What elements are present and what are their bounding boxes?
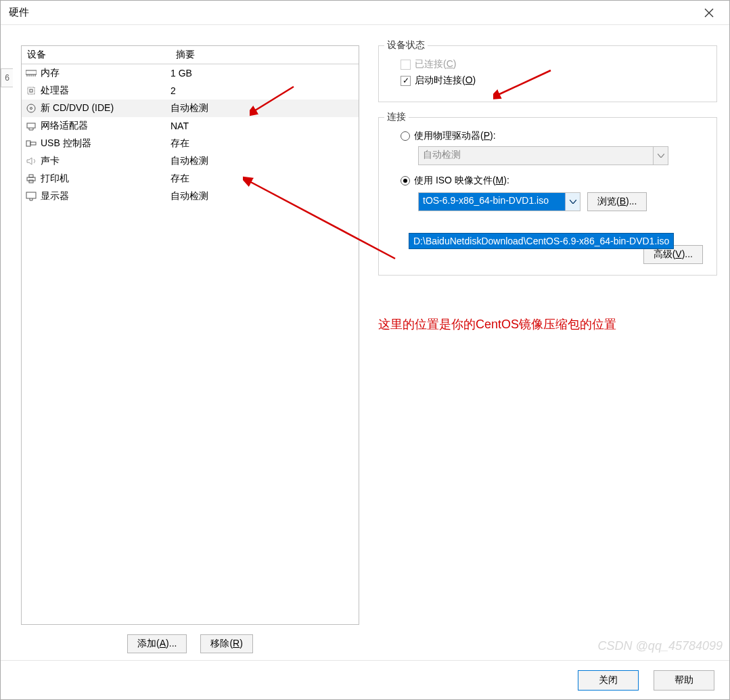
- physical-drive-radio-row[interactable]: 使用物理驱动器(P):: [401, 130, 707, 142]
- printer-icon: [24, 174, 38, 183]
- svg-rect-2: [30, 89, 32, 92]
- physical-drive-select: 自动检测: [418, 146, 668, 165]
- close-button[interactable]: [695, 3, 723, 23]
- hardware-row[interactable]: 打印机存在: [22, 170, 359, 188]
- svg-point-4: [30, 108, 32, 110]
- device-summary: 存在: [170, 137, 356, 150]
- hardware-buttons: 添加(A)... 移除(R): [21, 634, 359, 653]
- iso-file-radio[interactable]: [401, 176, 410, 185]
- device-summary: 自动检测: [170, 155, 356, 167]
- browse-button[interactable]: 浏览(B)...: [587, 192, 647, 211]
- dialog-footer: 关闭 帮助: [1, 660, 729, 699]
- device-name: 处理器: [41, 85, 170, 97]
- iso-dropdown-item[interactable]: D:\BaiduNetdiskDownload\CentOS-6.9-x86_6…: [409, 233, 674, 249]
- sound-icon: [24, 156, 38, 166]
- cpu-icon: [24, 85, 38, 96]
- device-summary: 自动检测: [170, 102, 356, 114]
- svg-point-3: [27, 104, 35, 112]
- device-status-legend: 设备状态: [384, 39, 428, 51]
- remove-button[interactable]: 移除(R): [200, 634, 252, 653]
- connected-checkbox-row: 已连接(C): [401, 58, 707, 70]
- device-name: 声卡: [41, 155, 170, 167]
- device-name: USB 控制器: [41, 137, 170, 150]
- physical-drive-label: 使用物理驱动器(P):: [414, 130, 496, 142]
- connect-on-power-row[interactable]: 启动时连接(O): [401, 74, 707, 87]
- usb-icon: [24, 139, 38, 148]
- iso-file-value: tOS-6.9-x86_64-bin-DVD1.iso: [419, 193, 565, 211]
- connected-checkbox: [401, 60, 411, 70]
- device-status-group: 设备状态 已连接(C) 启动时连接(O): [378, 45, 717, 102]
- hardware-row[interactable]: 内存1 GB: [22, 64, 359, 82]
- help-button[interactable]: 帮助: [654, 670, 714, 691]
- device-name: 显示器: [41, 190, 170, 202]
- connected-label: 已连接(C): [415, 58, 456, 70]
- hardware-row[interactable]: 处理器2: [22, 82, 359, 100]
- column-summary: 摘要: [170, 46, 359, 64]
- svg-rect-6: [26, 141, 30, 146]
- device-name: 打印机: [41, 173, 170, 185]
- device-name: 网络适配器: [41, 120, 170, 132]
- iso-file-row: tOS-6.9-x86_64-bin-DVD1.iso 浏览(B)...: [418, 192, 707, 211]
- hardware-row[interactable]: USB 控制器存在: [22, 135, 359, 152]
- iso-file-label: 使用 ISO 映像文件(M):: [414, 175, 509, 187]
- display-icon: [24, 192, 38, 201]
- hardware-list: 设备 摘要 内存1 GB处理器2新 CD/DVD (IDE)自动检测网络适配器N…: [21, 45, 359, 625]
- device-name: 新 CD/DVD (IDE): [41, 102, 170, 114]
- device-name: 内存: [41, 67, 170, 79]
- iso-file-select[interactable]: tOS-6.9-x86_64-bin-DVD1.iso: [418, 192, 580, 211]
- physical-drive-radio[interactable]: [401, 131, 410, 141]
- device-summary: 1 GB: [170, 68, 356, 79]
- right-panel: 设备状态 已连接(C) 启动时连接(O) 连接 使用物理驱动器(P):: [378, 45, 717, 653]
- add-button[interactable]: 添加(A)...: [127, 634, 187, 653]
- svg-rect-7: [30, 142, 36, 145]
- svg-rect-5: [27, 123, 35, 128]
- connection-group: 连接 使用物理驱动器(P): 自动检测 使用 ISO 映像文件(M):: [378, 117, 717, 276]
- chevron-down-icon[interactable]: [565, 193, 580, 211]
- svg-rect-11: [26, 192, 36, 198]
- hardware-row[interactable]: 显示器自动检测: [22, 188, 359, 205]
- dialog-content: 设备 摘要 内存1 GB处理器2新 CD/DVD (IDE)自动检测网络适配器N…: [1, 25, 729, 660]
- device-summary: 2: [170, 85, 356, 96]
- svg-rect-9: [29, 175, 33, 177]
- titlebar: 硬件: [1, 1, 729, 25]
- connect-on-power-label: 启动时连接(O): [415, 74, 476, 87]
- svg-rect-1: [28, 87, 35, 94]
- iso-file-radio-row[interactable]: 使用 ISO 映像文件(M):: [401, 175, 707, 187]
- hardware-row[interactable]: 声卡自动检测: [22, 152, 359, 170]
- dialog-title: 硬件: [9, 6, 29, 19]
- network-icon: [24, 121, 38, 131]
- column-device: 设备: [22, 46, 170, 64]
- memory-icon: [24, 69, 38, 77]
- physical-drive-value: 自动检测: [419, 147, 653, 165]
- hardware-dialog: 6 硬件 设备 摘要 内存1 GB处理器2新 CD/DVD (IDE)自动检测网…: [0, 0, 730, 700]
- connection-legend: 连接: [384, 111, 409, 123]
- device-summary: NAT: [170, 121, 356, 131]
- device-summary: 存在: [170, 173, 356, 185]
- close-dialog-button[interactable]: 关闭: [578, 670, 639, 691]
- annotation-text: 这里的位置是你的CentOS镜像压缩包的位置: [378, 316, 616, 332]
- svg-rect-0: [26, 70, 37, 74]
- hardware-list-header: 设备 摘要: [22, 46, 359, 64]
- device-summary: 自动检测: [170, 190, 356, 202]
- hardware-row[interactable]: 新 CD/DVD (IDE)自动检测: [22, 100, 359, 117]
- connect-on-power-checkbox[interactable]: [401, 76, 411, 86]
- chevron-down-icon: [653, 147, 668, 165]
- left-panel: 设备 摘要 内存1 GB处理器2新 CD/DVD (IDE)自动检测网络适配器N…: [21, 45, 359, 653]
- hardware-row[interactable]: 网络适配器NAT: [22, 117, 359, 135]
- close-icon: [704, 8, 714, 18]
- background-tab: 6: [1, 68, 13, 87]
- disc-icon: [24, 103, 38, 114]
